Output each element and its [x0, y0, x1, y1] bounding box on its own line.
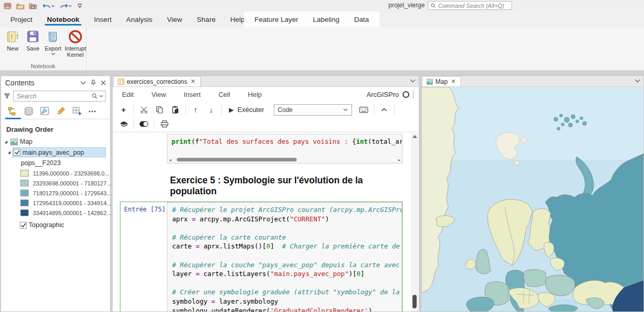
pane-menu-chevron-icon[interactable]: [80, 81, 86, 85]
ribbon-tab-notebook[interactable]: Notebook: [40, 11, 87, 27]
command-search-input[interactable]: Command Search (Alt+Q): [428, 1, 512, 10]
legend-swatch[interactable]: [20, 190, 29, 196]
ribbon-tabs: ProjectNotebookInsertAnalysisViewShareHe…: [0, 11, 252, 27]
code-line: [172, 279, 402, 288]
legend-label: 334914895,000001 - 142862...: [33, 210, 111, 216]
code-token: # Créer une symbologie graduée (attribut…: [172, 288, 402, 296]
legend-swatch[interactable]: [20, 199, 29, 206]
map-document-tab[interactable]: Map ✕: [422, 76, 461, 86]
ribbon-tab-analysis[interactable]: Analysis: [119, 11, 160, 27]
print-preview-button[interactable]: [156, 120, 172, 128]
scroll-left-arrow-icon[interactable]: ◂: [169, 157, 172, 163]
collapse-toolbar-button[interactable]: [376, 108, 392, 111]
contextual-tab-labeling[interactable]: Labeling: [306, 11, 347, 27]
legend-row[interactable]: 23293698,000001 - 7180127...: [1, 178, 110, 188]
filter-icon[interactable]: [4, 93, 10, 99]
legend-row[interactable]: 334914895,000001 - 142862...: [1, 208, 110, 218]
copy-cell-button[interactable]: [152, 106, 167, 114]
legend-swatch[interactable]: [20, 170, 29, 177]
expander-icon[interactable]: [7, 150, 11, 155]
code-line: # Récupérer le projet ArcGISPro courant …: [172, 205, 402, 215]
add-cell-button[interactable]: +: [116, 105, 131, 114]
contents-search-input[interactable]: Search: [13, 91, 106, 102]
undo-button[interactable]: [43, 3, 55, 9]
notebook-menu-edit[interactable]: Edit: [122, 91, 142, 98]
more-views-ellipsis-icon[interactable]: [88, 106, 96, 116]
scroll-right-arrow-icon[interactable]: ▸: [398, 157, 400, 163]
notebook-menu-insert[interactable]: Insert: [184, 91, 210, 98]
paste-cell-button[interactable]: [167, 106, 183, 114]
save-notebook-button[interactable]: Save: [25, 29, 42, 58]
open-project-button[interactable]: [16, 2, 25, 10]
notebook-menu-cell[interactable]: Cell: [218, 91, 239, 98]
pin-icon[interactable]: [91, 80, 96, 86]
redo-dropdown-icon[interactable]: [68, 5, 72, 7]
list-by-editing-icon[interactable]: [56, 106, 66, 116]
cut-cell-button[interactable]: [136, 106, 152, 114]
contextual-tabs: Feature LayerLabelingData: [247, 11, 376, 27]
customize-quick-access-button[interactable]: [75, 2, 84, 10]
run-cell-button[interactable]: ▶ Exécuter: [224, 106, 270, 114]
export-notebook-button[interactable]: Export: [44, 29, 62, 58]
map-view[interactable]: [421, 87, 643, 311]
interrupt-kernel-button[interactable]: Interrupt Kernel: [65, 29, 86, 58]
layer-checkbox[interactable]: [14, 149, 20, 156]
code-token: layer.symbology: [215, 297, 278, 305]
toggle-theme-button[interactable]: [136, 121, 152, 127]
close-tab-icon[interactable]: ✕: [190, 78, 196, 85]
list-by-snapping-icon[interactable]: [72, 106, 82, 116]
contextual-tab-feature-layer[interactable]: Feature Layer: [247, 11, 306, 27]
tree-item-map[interactable]: Map: [1, 136, 110, 147]
pane-options-chevron-icon[interactable]: [635, 79, 640, 83]
cell-type-select[interactable]: Code: [274, 104, 352, 116]
move-cell-up-button[interactable]: ↑: [188, 105, 203, 114]
contextual-help-button[interactable]: [116, 121, 131, 127]
keyboard-shortcuts-button[interactable]: [356, 107, 372, 113]
list-by-selection-icon[interactable]: [40, 106, 50, 116]
code-token: symbology: [172, 297, 211, 305]
legend-swatch[interactable]: [20, 209, 29, 216]
code-line: [172, 223, 402, 233]
legend-row[interactable]: 71801279,000001 - 1729543...: [1, 188, 110, 198]
cell-prompt: Entrée [75]:: [120, 202, 167, 311]
ribbon-tab-project[interactable]: Project: [3, 11, 40, 27]
horizontal-scrollbar[interactable]: ◂ ▸: [167, 156, 402, 163]
redo-button[interactable]: [60, 3, 72, 9]
basemap-checkbox[interactable]: [20, 222, 27, 229]
contents-search-placeholder: Search: [17, 93, 90, 100]
ribbon-tab-view[interactable]: View: [160, 11, 189, 27]
legend-row[interactable]: 172954319,000001 - 334914...: [1, 198, 110, 208]
ribbon-tab-share[interactable]: Share: [189, 11, 223, 27]
search-options-chevron-icon[interactable]: [99, 95, 103, 97]
ribbon-tab-insert[interactable]: Insert: [87, 11, 119, 27]
notebook-menu-help[interactable]: Help: [248, 91, 271, 98]
scroll-up-arrow-icon[interactable]: [412, 135, 417, 138]
contextual-tab-data[interactable]: Data: [347, 11, 376, 27]
vertical-scroll-thumb[interactable]: [412, 295, 417, 308]
code-cell-partial[interactable]: print(f"Total des surfaces des pays vois…: [167, 134, 403, 164]
move-cell-down-button[interactable]: ↓: [203, 105, 219, 114]
list-by-data-source-icon[interactable]: [23, 106, 34, 116]
horizontal-scroll-thumb[interactable]: [177, 158, 297, 161]
close-pane-icon[interactable]: [101, 80, 106, 85]
notebook-document-tab[interactable]: [] exercices_corrections ✕: [113, 76, 201, 86]
vertical-scrollbar[interactable]: [411, 133, 418, 311]
expander-icon[interactable]: [4, 140, 8, 144]
tree-item-basemap[interactable]: Topographic: [1, 220, 110, 230]
cell-code-editor[interactable]: # Récupérer le projet ArcGISPro courant …: [167, 202, 402, 311]
close-tab-icon[interactable]: ✕: [450, 78, 456, 85]
notebook-menu-view[interactable]: View: [151, 91, 175, 98]
legend-row[interactable]: 11396,000000 - 23293698,0...: [1, 168, 110, 178]
arcgis-pro-window: projet_vierge Command Search (Alt+Q) Pro…: [0, 0, 644, 312]
legend-swatch[interactable]: [20, 180, 29, 186]
list-by-drawing-order-icon[interactable]: [7, 106, 18, 116]
new-notebook-button[interactable]: [ ] New: [4, 29, 21, 58]
new-project-button[interactable]: [28, 2, 38, 10]
tree-item-layer[interactable]: main.pays_avec_pop: [13, 147, 106, 157]
code-token: ]: [360, 270, 364, 278]
save-project-button[interactable]: [3, 2, 13, 10]
undo-icon: [43, 3, 51, 9]
pane-options-chevron-icon[interactable]: [410, 79, 416, 83]
code-cell-selected[interactable]: Entrée [75]: # Récupérer le projet ArcGI…: [120, 202, 403, 311]
undo-dropdown-icon[interactable]: [51, 5, 55, 7]
